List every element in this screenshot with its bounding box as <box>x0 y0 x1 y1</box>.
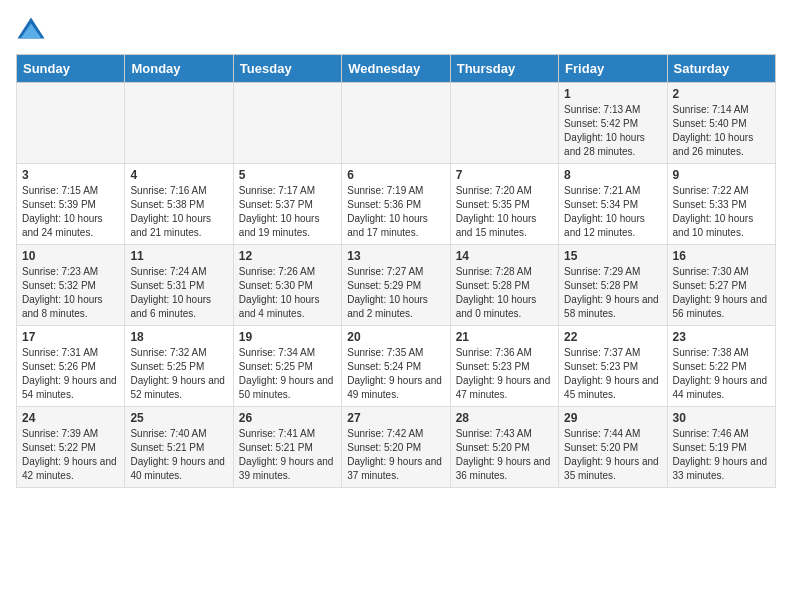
calendar-cell: 21Sunrise: 7:36 AM Sunset: 5:23 PM Dayli… <box>450 326 558 407</box>
day-number: 15 <box>564 249 661 263</box>
calendar-week-row: 10Sunrise: 7:23 AM Sunset: 5:32 PM Dayli… <box>17 245 776 326</box>
day-info: Sunrise: 7:17 AM Sunset: 5:37 PM Dayligh… <box>239 184 336 240</box>
day-info: Sunrise: 7:22 AM Sunset: 5:33 PM Dayligh… <box>673 184 770 240</box>
day-info: Sunrise: 7:31 AM Sunset: 5:26 PM Dayligh… <box>22 346 119 402</box>
calendar-week-row: 24Sunrise: 7:39 AM Sunset: 5:22 PM Dayli… <box>17 407 776 488</box>
day-number: 16 <box>673 249 770 263</box>
day-info: Sunrise: 7:30 AM Sunset: 5:27 PM Dayligh… <box>673 265 770 321</box>
day-number: 28 <box>456 411 553 425</box>
day-info: Sunrise: 7:16 AM Sunset: 5:38 PM Dayligh… <box>130 184 227 240</box>
calendar-cell: 25Sunrise: 7:40 AM Sunset: 5:21 PM Dayli… <box>125 407 233 488</box>
calendar-cell: 7Sunrise: 7:20 AM Sunset: 5:35 PM Daylig… <box>450 164 558 245</box>
calendar-cell: 22Sunrise: 7:37 AM Sunset: 5:23 PM Dayli… <box>559 326 667 407</box>
day-number: 5 <box>239 168 336 182</box>
day-number: 1 <box>564 87 661 101</box>
day-number: 22 <box>564 330 661 344</box>
calendar-cell: 9Sunrise: 7:22 AM Sunset: 5:33 PM Daylig… <box>667 164 775 245</box>
calendar-cell: 6Sunrise: 7:19 AM Sunset: 5:36 PM Daylig… <box>342 164 450 245</box>
day-info: Sunrise: 7:26 AM Sunset: 5:30 PM Dayligh… <box>239 265 336 321</box>
calendar-cell <box>450 83 558 164</box>
day-number: 29 <box>564 411 661 425</box>
calendar-cell: 28Sunrise: 7:43 AM Sunset: 5:20 PM Dayli… <box>450 407 558 488</box>
day-info: Sunrise: 7:40 AM Sunset: 5:21 PM Dayligh… <box>130 427 227 483</box>
day-number: 13 <box>347 249 444 263</box>
day-number: 6 <box>347 168 444 182</box>
day-number: 18 <box>130 330 227 344</box>
calendar-cell: 18Sunrise: 7:32 AM Sunset: 5:25 PM Dayli… <box>125 326 233 407</box>
calendar-week-row: 17Sunrise: 7:31 AM Sunset: 5:26 PM Dayli… <box>17 326 776 407</box>
calendar-cell: 30Sunrise: 7:46 AM Sunset: 5:19 PM Dayli… <box>667 407 775 488</box>
calendar-cell: 27Sunrise: 7:42 AM Sunset: 5:20 PM Dayli… <box>342 407 450 488</box>
day-number: 17 <box>22 330 119 344</box>
weekday-header-thursday: Thursday <box>450 55 558 83</box>
day-number: 3 <box>22 168 119 182</box>
calendar-cell: 12Sunrise: 7:26 AM Sunset: 5:30 PM Dayli… <box>233 245 341 326</box>
calendar-cell: 23Sunrise: 7:38 AM Sunset: 5:22 PM Dayli… <box>667 326 775 407</box>
calendar-cell: 14Sunrise: 7:28 AM Sunset: 5:28 PM Dayli… <box>450 245 558 326</box>
day-number: 11 <box>130 249 227 263</box>
day-info: Sunrise: 7:39 AM Sunset: 5:22 PM Dayligh… <box>22 427 119 483</box>
calendar-cell <box>233 83 341 164</box>
day-number: 25 <box>130 411 227 425</box>
day-info: Sunrise: 7:34 AM Sunset: 5:25 PM Dayligh… <box>239 346 336 402</box>
calendar-week-row: 3Sunrise: 7:15 AM Sunset: 5:39 PM Daylig… <box>17 164 776 245</box>
day-info: Sunrise: 7:13 AM Sunset: 5:42 PM Dayligh… <box>564 103 661 159</box>
day-number: 30 <box>673 411 770 425</box>
day-number: 4 <box>130 168 227 182</box>
calendar-cell: 10Sunrise: 7:23 AM Sunset: 5:32 PM Dayli… <box>17 245 125 326</box>
day-info: Sunrise: 7:21 AM Sunset: 5:34 PM Dayligh… <box>564 184 661 240</box>
weekday-header-saturday: Saturday <box>667 55 775 83</box>
logo-icon <box>16 16 46 46</box>
calendar-cell: 13Sunrise: 7:27 AM Sunset: 5:29 PM Dayli… <box>342 245 450 326</box>
day-number: 14 <box>456 249 553 263</box>
calendar-cell: 8Sunrise: 7:21 AM Sunset: 5:34 PM Daylig… <box>559 164 667 245</box>
weekday-header-wednesday: Wednesday <box>342 55 450 83</box>
day-number: 9 <box>673 168 770 182</box>
day-info: Sunrise: 7:46 AM Sunset: 5:19 PM Dayligh… <box>673 427 770 483</box>
day-info: Sunrise: 7:43 AM Sunset: 5:20 PM Dayligh… <box>456 427 553 483</box>
page-header <box>16 16 776 46</box>
day-number: 20 <box>347 330 444 344</box>
day-info: Sunrise: 7:15 AM Sunset: 5:39 PM Dayligh… <box>22 184 119 240</box>
day-info: Sunrise: 7:14 AM Sunset: 5:40 PM Dayligh… <box>673 103 770 159</box>
calendar-cell <box>125 83 233 164</box>
day-info: Sunrise: 7:20 AM Sunset: 5:35 PM Dayligh… <box>456 184 553 240</box>
day-number: 26 <box>239 411 336 425</box>
calendar-cell: 3Sunrise: 7:15 AM Sunset: 5:39 PM Daylig… <box>17 164 125 245</box>
day-number: 19 <box>239 330 336 344</box>
calendar-cell: 17Sunrise: 7:31 AM Sunset: 5:26 PM Dayli… <box>17 326 125 407</box>
day-info: Sunrise: 7:23 AM Sunset: 5:32 PM Dayligh… <box>22 265 119 321</box>
calendar-cell: 5Sunrise: 7:17 AM Sunset: 5:37 PM Daylig… <box>233 164 341 245</box>
day-info: Sunrise: 7:28 AM Sunset: 5:28 PM Dayligh… <box>456 265 553 321</box>
calendar-cell <box>17 83 125 164</box>
calendar-table: SundayMondayTuesdayWednesdayThursdayFrid… <box>16 54 776 488</box>
day-number: 7 <box>456 168 553 182</box>
calendar-week-row: 1Sunrise: 7:13 AM Sunset: 5:42 PM Daylig… <box>17 83 776 164</box>
day-number: 24 <box>22 411 119 425</box>
day-info: Sunrise: 7:32 AM Sunset: 5:25 PM Dayligh… <box>130 346 227 402</box>
day-number: 12 <box>239 249 336 263</box>
logo <box>16 16 50 46</box>
calendar-cell: 20Sunrise: 7:35 AM Sunset: 5:24 PM Dayli… <box>342 326 450 407</box>
day-number: 10 <box>22 249 119 263</box>
calendar-cell: 11Sunrise: 7:24 AM Sunset: 5:31 PM Dayli… <box>125 245 233 326</box>
weekday-header-monday: Monday <box>125 55 233 83</box>
day-info: Sunrise: 7:37 AM Sunset: 5:23 PM Dayligh… <box>564 346 661 402</box>
day-number: 23 <box>673 330 770 344</box>
calendar-cell: 2Sunrise: 7:14 AM Sunset: 5:40 PM Daylig… <box>667 83 775 164</box>
day-info: Sunrise: 7:19 AM Sunset: 5:36 PM Dayligh… <box>347 184 444 240</box>
calendar-cell: 16Sunrise: 7:30 AM Sunset: 5:27 PM Dayli… <box>667 245 775 326</box>
day-info: Sunrise: 7:36 AM Sunset: 5:23 PM Dayligh… <box>456 346 553 402</box>
day-info: Sunrise: 7:41 AM Sunset: 5:21 PM Dayligh… <box>239 427 336 483</box>
calendar-cell: 29Sunrise: 7:44 AM Sunset: 5:20 PM Dayli… <box>559 407 667 488</box>
calendar-cell <box>342 83 450 164</box>
day-number: 27 <box>347 411 444 425</box>
day-info: Sunrise: 7:24 AM Sunset: 5:31 PM Dayligh… <box>130 265 227 321</box>
weekday-header-tuesday: Tuesday <box>233 55 341 83</box>
weekday-header-friday: Friday <box>559 55 667 83</box>
day-number: 2 <box>673 87 770 101</box>
day-info: Sunrise: 7:29 AM Sunset: 5:28 PM Dayligh… <box>564 265 661 321</box>
day-number: 8 <box>564 168 661 182</box>
calendar-cell: 24Sunrise: 7:39 AM Sunset: 5:22 PM Dayli… <box>17 407 125 488</box>
calendar-cell: 4Sunrise: 7:16 AM Sunset: 5:38 PM Daylig… <box>125 164 233 245</box>
